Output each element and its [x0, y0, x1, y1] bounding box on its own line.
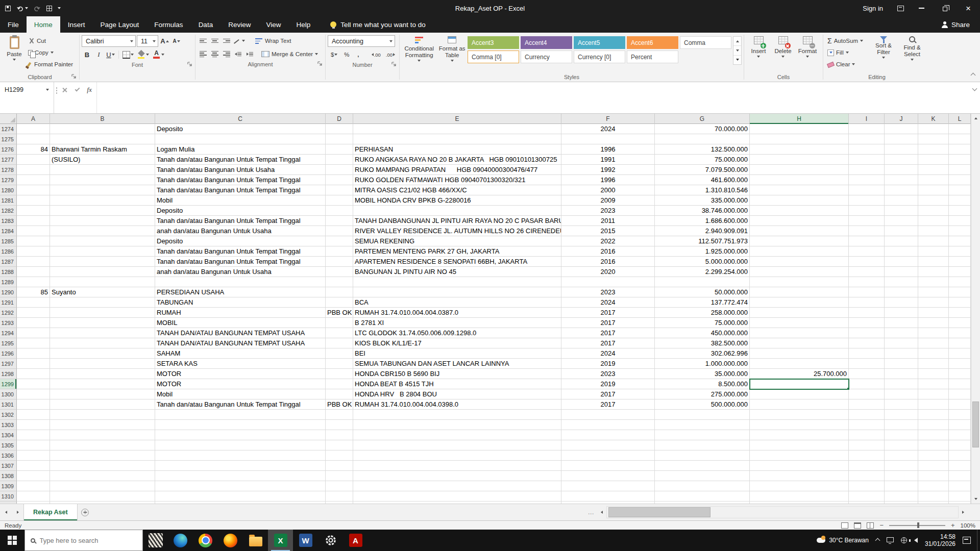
- cell-C1274[interactable]: Deposito: [155, 124, 326, 134]
- cell-J1301[interactable]: [885, 399, 918, 410]
- cell-K1297[interactable]: [918, 359, 949, 369]
- cell-B1278[interactable]: [50, 165, 155, 175]
- cell-style-accent6[interactable]: Accent6: [627, 36, 678, 49]
- accounting-format-button[interactable]: $: [328, 49, 340, 60]
- cell-D1294[interactable]: [326, 328, 353, 338]
- cell-J1308[interactable]: [885, 471, 918, 481]
- cell-K1274[interactable]: [918, 124, 949, 134]
- cell-E1311[interactable]: [353, 502, 561, 504]
- cell-L1274[interactable]: [949, 124, 971, 134]
- cell-L1293[interactable]: [949, 318, 971, 328]
- cell-A1285[interactable]: [17, 236, 50, 246]
- insert-function-button[interactable]: fx: [83, 84, 95, 95]
- cell-F1281[interactable]: 2009: [561, 195, 655, 206]
- row-header-1283[interactable]: 1283: [0, 216, 17, 226]
- cell-F1282[interactable]: 2023: [561, 206, 655, 216]
- cell-B1291[interactable]: [50, 297, 155, 308]
- cell-E1282[interactable]: [353, 206, 561, 216]
- cell-L1300[interactable]: [949, 389, 971, 399]
- cell-B1307[interactable]: [50, 461, 155, 471]
- row-header-1291[interactable]: 1291: [0, 297, 17, 308]
- cell-H1285[interactable]: [750, 236, 849, 246]
- cell-G1301[interactable]: 500.000.000: [655, 399, 750, 410]
- cell-L1305[interactable]: [949, 440, 971, 450]
- cell-G1303[interactable]: [655, 420, 750, 430]
- cell-E1291[interactable]: BCA: [353, 297, 561, 308]
- cell-F1301[interactable]: 2017: [561, 399, 655, 410]
- cell-I1282[interactable]: [849, 206, 885, 216]
- gallery-scroll-down[interactable]: [733, 46, 741, 55]
- cell-K1287[interactable]: [918, 257, 949, 267]
- cut-button[interactable]: Cut: [26, 35, 75, 46]
- row-header-1282[interactable]: 1282: [0, 206, 17, 216]
- cell-J1289[interactable]: [885, 277, 918, 287]
- cell-K1296[interactable]: [918, 348, 949, 359]
- row-header-1292[interactable]: 1292: [0, 308, 17, 318]
- cell-I1302[interactable]: [849, 410, 885, 420]
- ribbon-tab-data[interactable]: Data: [191, 16, 221, 33]
- cell-J1283[interactable]: [885, 216, 918, 226]
- cell-D1299[interactable]: [326, 379, 353, 389]
- fill-button[interactable]: Fill: [825, 47, 869, 58]
- cell-F1280[interactable]: 2000: [561, 185, 655, 195]
- cell-C1300[interactable]: Mobil: [155, 389, 326, 399]
- fill-color-button[interactable]: [136, 49, 150, 60]
- cell-D1303[interactable]: [326, 420, 353, 430]
- cell-K1307[interactable]: [918, 461, 949, 471]
- cell-D1298[interactable]: [326, 369, 353, 379]
- cell-I1275[interactable]: [849, 134, 885, 144]
- cell-H1277[interactable]: [750, 155, 849, 165]
- alignment-dialog-launcher[interactable]: [317, 61, 323, 67]
- copy-button[interactable]: Copy: [26, 47, 75, 58]
- cell-J1295[interactable]: [885, 338, 918, 348]
- cell-K1301[interactable]: [918, 399, 949, 410]
- cell-J1282[interactable]: [885, 206, 918, 216]
- row-header-1310[interactable]: 1310: [0, 491, 17, 502]
- cell-A1290[interactable]: 85: [17, 287, 50, 297]
- select-all-button[interactable]: [0, 114, 17, 123]
- cell-E1289[interactable]: [353, 277, 561, 287]
- cell-L1288[interactable]: [949, 267, 971, 277]
- cell-A1284[interactable]: [17, 226, 50, 236]
- row-header-1304[interactable]: 1304: [0, 430, 17, 440]
- cell-B1305[interactable]: [50, 440, 155, 450]
- cell-F1284[interactable]: 2015: [561, 226, 655, 236]
- cell-J1305[interactable]: [885, 440, 918, 450]
- row-header-1303[interactable]: 1303: [0, 420, 17, 430]
- cell-L1310[interactable]: [949, 491, 971, 502]
- tray-expand-button[interactable]: [875, 538, 880, 543]
- cell-B1302[interactable]: [50, 410, 155, 420]
- cell-J1292[interactable]: [885, 308, 918, 318]
- cell-I1298[interactable]: [849, 369, 885, 379]
- row-header-1294[interactable]: 1294: [0, 328, 17, 338]
- cell-B1311[interactable]: [50, 502, 155, 504]
- cell-K1298[interactable]: [918, 369, 949, 379]
- cell-J1306[interactable]: [885, 450, 918, 461]
- cell-J1299[interactable]: [885, 379, 918, 389]
- cell-G1305[interactable]: [655, 440, 750, 450]
- enter-formula-button[interactable]: [71, 84, 83, 95]
- cell-J1278[interactable]: [885, 165, 918, 175]
- cell-B1277[interactable]: (SUSILO): [50, 155, 155, 165]
- cell-D1286[interactable]: [326, 246, 353, 257]
- cell-C1283[interactable]: Tanah dan/atau Bangunan Untuk Tempat Tin…: [155, 216, 326, 226]
- cell-A1306[interactable]: [17, 450, 50, 461]
- cell-G1277[interactable]: 75.000.000: [655, 155, 750, 165]
- cell-B1281[interactable]: [50, 195, 155, 206]
- cell-I1280[interactable]: [849, 185, 885, 195]
- align-center-button[interactable]: [209, 48, 220, 60]
- cell-A1280[interactable]: [17, 185, 50, 195]
- cell-D1289[interactable]: [326, 277, 353, 287]
- cell-L1278[interactable]: [949, 165, 971, 175]
- cell-L1297[interactable]: [949, 359, 971, 369]
- cell-L1289[interactable]: [949, 277, 971, 287]
- cell-A1283[interactable]: [17, 216, 50, 226]
- cell-C1275[interactable]: [155, 134, 326, 144]
- cell-C1286[interactable]: Tanah dan/atau Bangunan Untuk Tempat Tin…: [155, 246, 326, 257]
- vertical-scroll-track[interactable]: [971, 123, 980, 494]
- cell-H1297[interactable]: [750, 359, 849, 369]
- cell-I1279[interactable]: [849, 175, 885, 185]
- cell-style-comma[interactable]: Comma: [680, 36, 731, 49]
- cell-A1296[interactable]: [17, 348, 50, 359]
- cell-I1292[interactable]: [849, 308, 885, 318]
